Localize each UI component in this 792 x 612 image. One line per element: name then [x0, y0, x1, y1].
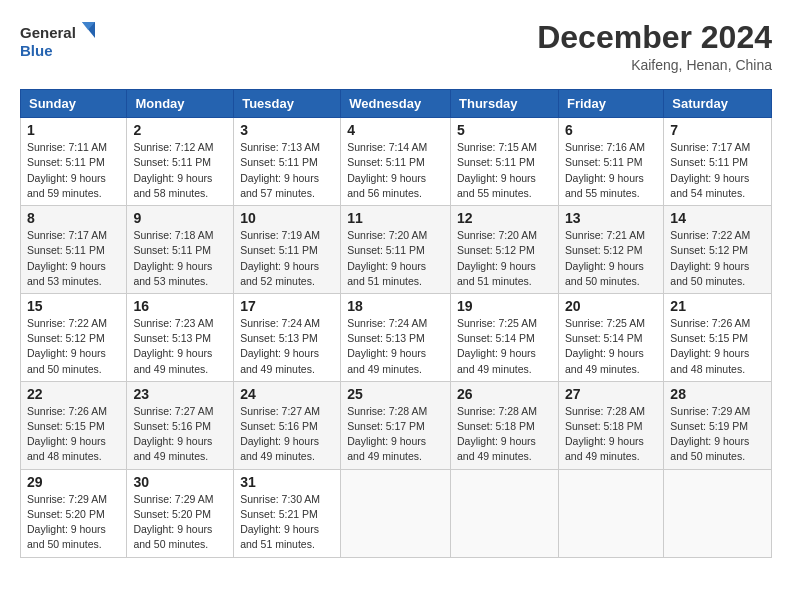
day-number: 17 [240, 298, 334, 314]
day-info: Sunrise: 7:25 AM Sunset: 5:14 PM Dayligh… [565, 316, 657, 377]
day-info: Sunrise: 7:28 AM Sunset: 5:17 PM Dayligh… [347, 404, 444, 465]
day-number: 14 [670, 210, 765, 226]
day-info: Sunrise: 7:27 AM Sunset: 5:16 PM Dayligh… [240, 404, 334, 465]
day-number: 8 [27, 210, 120, 226]
calendar-day-cell: 14Sunrise: 7:22 AM Sunset: 5:12 PM Dayli… [664, 206, 772, 294]
calendar-day-cell: 5Sunrise: 7:15 AM Sunset: 5:11 PM Daylig… [451, 118, 559, 206]
day-number: 10 [240, 210, 334, 226]
day-number: 19 [457, 298, 552, 314]
day-info: Sunrise: 7:24 AM Sunset: 5:13 PM Dayligh… [240, 316, 334, 377]
calendar-day-cell: 1Sunrise: 7:11 AM Sunset: 5:11 PM Daylig… [21, 118, 127, 206]
calendar-empty-cell [341, 469, 451, 557]
calendar-day-cell: 10Sunrise: 7:19 AM Sunset: 5:11 PM Dayli… [234, 206, 341, 294]
calendar-day-cell: 11Sunrise: 7:20 AM Sunset: 5:11 PM Dayli… [341, 206, 451, 294]
weekday-header-friday: Friday [558, 90, 663, 118]
day-number: 7 [670, 122, 765, 138]
day-number: 1 [27, 122, 120, 138]
day-number: 23 [133, 386, 227, 402]
day-info: Sunrise: 7:12 AM Sunset: 5:11 PM Dayligh… [133, 140, 227, 201]
day-info: Sunrise: 7:11 AM Sunset: 5:11 PM Dayligh… [27, 140, 120, 201]
calendar-day-cell: 6Sunrise: 7:16 AM Sunset: 5:11 PM Daylig… [558, 118, 663, 206]
day-info: Sunrise: 7:17 AM Sunset: 5:11 PM Dayligh… [670, 140, 765, 201]
day-info: Sunrise: 7:27 AM Sunset: 5:16 PM Dayligh… [133, 404, 227, 465]
calendar-day-cell: 8Sunrise: 7:17 AM Sunset: 5:11 PM Daylig… [21, 206, 127, 294]
day-info: Sunrise: 7:14 AM Sunset: 5:11 PM Dayligh… [347, 140, 444, 201]
weekday-header-thursday: Thursday [451, 90, 559, 118]
day-number: 2 [133, 122, 227, 138]
weekday-header-sunday: Sunday [21, 90, 127, 118]
day-number: 13 [565, 210, 657, 226]
day-info: Sunrise: 7:26 AM Sunset: 5:15 PM Dayligh… [670, 316, 765, 377]
day-number: 22 [27, 386, 120, 402]
svg-text:General: General [20, 24, 76, 41]
location: Kaifeng, Henan, China [537, 57, 772, 73]
calendar-day-cell: 2Sunrise: 7:12 AM Sunset: 5:11 PM Daylig… [127, 118, 234, 206]
calendar-day-cell: 22Sunrise: 7:26 AM Sunset: 5:15 PM Dayli… [21, 381, 127, 469]
day-number: 9 [133, 210, 227, 226]
calendar-day-cell: 7Sunrise: 7:17 AM Sunset: 5:11 PM Daylig… [664, 118, 772, 206]
calendar-table: SundayMondayTuesdayWednesdayThursdayFrid… [20, 89, 772, 557]
calendar-day-cell: 31Sunrise: 7:30 AM Sunset: 5:21 PM Dayli… [234, 469, 341, 557]
calendar-empty-cell [558, 469, 663, 557]
day-number: 18 [347, 298, 444, 314]
weekday-header-saturday: Saturday [664, 90, 772, 118]
logo: General Blue [20, 20, 100, 64]
day-number: 24 [240, 386, 334, 402]
day-number: 20 [565, 298, 657, 314]
calendar-day-cell: 19Sunrise: 7:25 AM Sunset: 5:14 PM Dayli… [451, 293, 559, 381]
day-info: Sunrise: 7:23 AM Sunset: 5:13 PM Dayligh… [133, 316, 227, 377]
day-info: Sunrise: 7:18 AM Sunset: 5:11 PM Dayligh… [133, 228, 227, 289]
day-info: Sunrise: 7:28 AM Sunset: 5:18 PM Dayligh… [457, 404, 552, 465]
svg-text:Blue: Blue [20, 42, 53, 59]
day-number: 25 [347, 386, 444, 402]
day-info: Sunrise: 7:26 AM Sunset: 5:15 PM Dayligh… [27, 404, 120, 465]
calendar-empty-cell [664, 469, 772, 557]
day-number: 31 [240, 474, 334, 490]
day-number: 16 [133, 298, 227, 314]
weekday-header-row: SundayMondayTuesdayWednesdayThursdayFrid… [21, 90, 772, 118]
day-number: 6 [565, 122, 657, 138]
calendar-empty-cell [451, 469, 559, 557]
calendar-day-cell: 4Sunrise: 7:14 AM Sunset: 5:11 PM Daylig… [341, 118, 451, 206]
calendar-week-row: 8Sunrise: 7:17 AM Sunset: 5:11 PM Daylig… [21, 206, 772, 294]
calendar-week-row: 1Sunrise: 7:11 AM Sunset: 5:11 PM Daylig… [21, 118, 772, 206]
calendar-day-cell: 26Sunrise: 7:28 AM Sunset: 5:18 PM Dayli… [451, 381, 559, 469]
calendar-week-row: 15Sunrise: 7:22 AM Sunset: 5:12 PM Dayli… [21, 293, 772, 381]
weekday-header-tuesday: Tuesday [234, 90, 341, 118]
day-number: 15 [27, 298, 120, 314]
day-info: Sunrise: 7:30 AM Sunset: 5:21 PM Dayligh… [240, 492, 334, 553]
day-info: Sunrise: 7:29 AM Sunset: 5:20 PM Dayligh… [133, 492, 227, 553]
month-title: December 2024 [537, 20, 772, 55]
day-info: Sunrise: 7:15 AM Sunset: 5:11 PM Dayligh… [457, 140, 552, 201]
calendar-day-cell: 17Sunrise: 7:24 AM Sunset: 5:13 PM Dayli… [234, 293, 341, 381]
day-info: Sunrise: 7:13 AM Sunset: 5:11 PM Dayligh… [240, 140, 334, 201]
logo-svg: General Blue [20, 20, 100, 64]
calendar-day-cell: 18Sunrise: 7:24 AM Sunset: 5:13 PM Dayli… [341, 293, 451, 381]
calendar-day-cell: 12Sunrise: 7:20 AM Sunset: 5:12 PM Dayli… [451, 206, 559, 294]
weekday-header-monday: Monday [127, 90, 234, 118]
calendar-week-row: 29Sunrise: 7:29 AM Sunset: 5:20 PM Dayli… [21, 469, 772, 557]
calendar-day-cell: 15Sunrise: 7:22 AM Sunset: 5:12 PM Dayli… [21, 293, 127, 381]
calendar-day-cell: 23Sunrise: 7:27 AM Sunset: 5:16 PM Dayli… [127, 381, 234, 469]
day-info: Sunrise: 7:19 AM Sunset: 5:11 PM Dayligh… [240, 228, 334, 289]
page-header: General Blue December 2024 Kaifeng, Hena… [20, 20, 772, 73]
calendar-week-row: 22Sunrise: 7:26 AM Sunset: 5:15 PM Dayli… [21, 381, 772, 469]
weekday-header-wednesday: Wednesday [341, 90, 451, 118]
day-info: Sunrise: 7:20 AM Sunset: 5:12 PM Dayligh… [457, 228, 552, 289]
day-number: 3 [240, 122, 334, 138]
calendar-day-cell: 24Sunrise: 7:27 AM Sunset: 5:16 PM Dayli… [234, 381, 341, 469]
day-info: Sunrise: 7:29 AM Sunset: 5:20 PM Dayligh… [27, 492, 120, 553]
day-number: 27 [565, 386, 657, 402]
day-number: 29 [27, 474, 120, 490]
day-number: 4 [347, 122, 444, 138]
day-info: Sunrise: 7:16 AM Sunset: 5:11 PM Dayligh… [565, 140, 657, 201]
calendar-day-cell: 20Sunrise: 7:25 AM Sunset: 5:14 PM Dayli… [558, 293, 663, 381]
day-info: Sunrise: 7:21 AM Sunset: 5:12 PM Dayligh… [565, 228, 657, 289]
calendar-day-cell: 28Sunrise: 7:29 AM Sunset: 5:19 PM Dayli… [664, 381, 772, 469]
day-info: Sunrise: 7:29 AM Sunset: 5:19 PM Dayligh… [670, 404, 765, 465]
title-block: December 2024 Kaifeng, Henan, China [537, 20, 772, 73]
day-number: 12 [457, 210, 552, 226]
day-info: Sunrise: 7:20 AM Sunset: 5:11 PM Dayligh… [347, 228, 444, 289]
calendar-day-cell: 27Sunrise: 7:28 AM Sunset: 5:18 PM Dayli… [558, 381, 663, 469]
day-info: Sunrise: 7:24 AM Sunset: 5:13 PM Dayligh… [347, 316, 444, 377]
